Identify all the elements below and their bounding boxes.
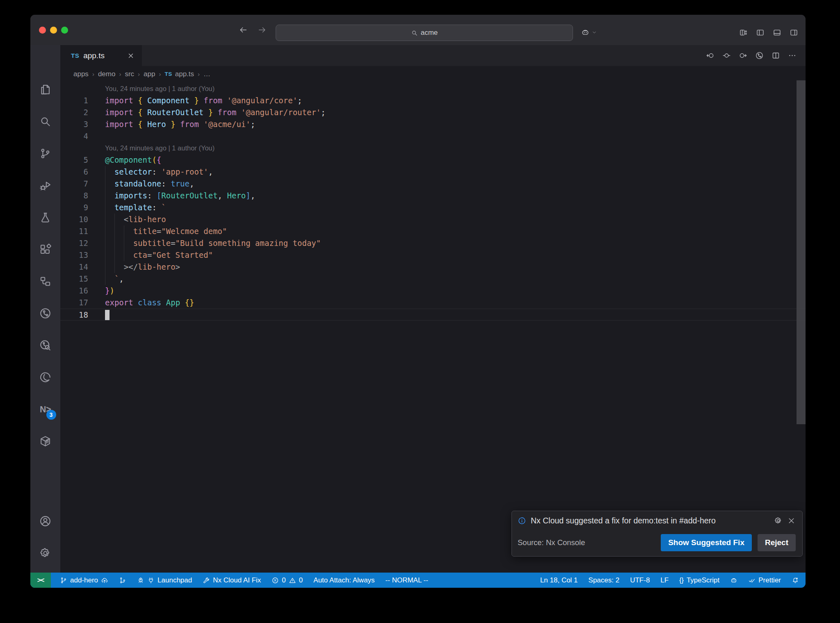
typescript-file-icon: TS xyxy=(164,71,172,77)
activity-item-project-structure[interactable] xyxy=(36,271,55,291)
show-suggested-fix-button[interactable]: Show Suggested Fix xyxy=(661,534,752,551)
line-number[interactable]: 7 xyxy=(60,178,88,190)
notification-settings-gear-icon[interactable] xyxy=(774,516,783,525)
activity-item-nx-console[interactable]: N>3 xyxy=(36,399,55,419)
code-line-14[interactable]: 14 ></lib-hero> xyxy=(60,261,806,273)
code-line-6[interactable]: 6 selector: 'app-root', xyxy=(60,166,806,178)
code-line-16[interactable]: 16}) xyxy=(60,285,806,297)
status-cursor-position[interactable]: Ln 18, Col 1 xyxy=(540,576,578,584)
breadcrumb-item-file[interactable]: TSapp.ts xyxy=(164,70,194,78)
status-launchpad[interactable]: Launchpad xyxy=(137,576,192,584)
activity-item-extensions[interactable] xyxy=(36,239,55,259)
line-number[interactable]: 9 xyxy=(60,202,88,214)
activity-item-run-debug[interactable] xyxy=(36,175,55,195)
minimize-window-button[interactable] xyxy=(50,27,57,34)
close-window-button[interactable] xyxy=(39,27,46,34)
line-number[interactable]: 6 xyxy=(60,166,88,178)
navigate-back-icon[interactable] xyxy=(239,25,248,34)
status-notifications-bell[interactable] xyxy=(792,577,799,584)
code-line-13[interactable]: 13 cta="Get Started" xyxy=(60,249,806,261)
command-center-search[interactable]: acme xyxy=(276,25,573,41)
copilot-menu[interactable] xyxy=(581,25,597,40)
breadcrumb-more[interactable]: … xyxy=(203,70,210,78)
activity-item-testing[interactable] xyxy=(36,207,55,227)
more-icon[interactable] xyxy=(788,51,797,60)
typescript-file-icon: TS xyxy=(71,52,79,59)
code-line-18[interactable]: 18 xyxy=(60,309,806,321)
status-git-graph[interactable] xyxy=(119,577,126,584)
layout-sidebar-icon[interactable] xyxy=(756,28,765,37)
activity-item-search[interactable] xyxy=(36,111,55,131)
activity-item-nx-cloud[interactable] xyxy=(36,303,55,323)
code-line-2[interactable]: 2import { RouterOutlet } from '@angular/… xyxy=(60,107,806,118)
vertical-scrollbar[interactable] xyxy=(797,80,806,424)
line-number[interactable]: 12 xyxy=(60,237,88,249)
tab-app-ts[interactable]: TS app.ts xyxy=(60,45,142,66)
line-number[interactable]: 14 xyxy=(60,261,88,273)
code-line-17[interactable]: 17export class App {} xyxy=(60,297,806,309)
activity-item-source-control[interactable] xyxy=(36,143,55,163)
line-number[interactable]: 18 xyxy=(60,309,88,321)
code-line-4[interactable]: 4 xyxy=(60,130,806,142)
line-number[interactable]: 5 xyxy=(60,154,88,166)
nav-dot-circle-icon[interactable] xyxy=(722,51,731,60)
code-line-12[interactable]: 12 subtitle="Build something amazing tod… xyxy=(60,237,806,249)
activity-item-explorer[interactable] xyxy=(36,80,55,99)
nx-target-icon[interactable] xyxy=(755,51,764,60)
status-vim-mode[interactable]: -- NORMAL -- xyxy=(386,576,428,584)
line-number[interactable]: 10 xyxy=(60,214,88,225)
zoom-window-button[interactable] xyxy=(61,27,68,34)
line-number[interactable]: 8 xyxy=(60,190,88,202)
search-icon xyxy=(39,115,52,128)
activity-item-containers[interactable] xyxy=(36,431,55,451)
activity-item-settings[interactable] xyxy=(36,543,55,563)
layout-sidebar-right-icon[interactable] xyxy=(790,28,798,37)
status-eol[interactable]: LF xyxy=(660,576,669,584)
line-number[interactable]: 17 xyxy=(60,297,88,309)
status-prettier[interactable]: Prettier xyxy=(748,576,781,584)
activity-item-nx-graph-search[interactable] xyxy=(36,335,55,355)
split-editor-icon[interactable] xyxy=(772,51,780,60)
layout-customize-icon[interactable] xyxy=(739,28,748,37)
status-problems[interactable]: 00 xyxy=(272,576,303,584)
breadcrumb-item-demo[interactable]: demo xyxy=(98,70,116,78)
breadcrumb-item-app[interactable]: app xyxy=(144,70,155,78)
status-indentation[interactable]: Spaces: 2 xyxy=(589,576,620,584)
remote-indicator[interactable]: >< xyxy=(30,573,51,588)
code-line-15[interactable]: 15 `, xyxy=(60,273,806,285)
status-encoding[interactable]: UTF-8 xyxy=(630,576,650,584)
reject-button[interactable]: Reject xyxy=(758,534,796,551)
breadcrumb-item-src[interactable]: src xyxy=(125,70,134,78)
line-number[interactable]: 16 xyxy=(60,285,88,297)
line-number[interactable]: 3 xyxy=(60,118,88,130)
code-line-8[interactable]: 8 imports: [RouterOutlet, Hero], xyxy=(60,190,806,202)
close-tab-icon[interactable] xyxy=(127,52,135,59)
code-line-10[interactable]: 10 <lib-hero xyxy=(60,214,806,225)
code-line-7[interactable]: 7 standalone: true, xyxy=(60,178,806,190)
line-number[interactable]: 11 xyxy=(60,225,88,237)
line-number[interactable]: 2 xyxy=(60,107,88,118)
status-auto-attach[interactable]: Auto Attach: Always xyxy=(313,576,374,584)
nav-forward-circle-icon[interactable] xyxy=(739,51,747,60)
activity-item-edge-browser[interactable] xyxy=(36,367,55,387)
status-copilot[interactable] xyxy=(730,577,737,584)
code-line-1[interactable]: 1import { Component } from '@angular/cor… xyxy=(60,95,806,107)
code-editor[interactable]: You, 24 minutes ago | 1 author (You)1imp… xyxy=(60,82,806,573)
code-line-5[interactable]: 5@Component({ xyxy=(60,154,806,166)
notification-close-icon[interactable] xyxy=(787,516,796,525)
code-line-11[interactable]: 11 title="Welcmoe demo" xyxy=(60,225,806,237)
status-git-branch-status[interactable]: add-hero xyxy=(60,576,108,584)
status-nx-cloud-ai-fix[interactable]: Nx Cloud AI Fix xyxy=(203,576,261,584)
code-line-9[interactable]: 9 template: ` xyxy=(60,202,806,214)
line-number[interactable]: 4 xyxy=(60,130,88,142)
line-number[interactable]: 15 xyxy=(60,273,88,285)
navigate-forward-icon[interactable] xyxy=(258,25,267,34)
layout-panel-icon[interactable] xyxy=(773,28,781,37)
nav-back-circle-icon[interactable] xyxy=(706,51,714,60)
activity-item-account[interactable] xyxy=(36,511,55,531)
status-language-mode[interactable]: {}TypeScript xyxy=(679,576,719,584)
breadcrumb-item-apps[interactable]: apps xyxy=(73,70,89,78)
line-number[interactable]: 13 xyxy=(60,249,88,261)
line-number[interactable]: 1 xyxy=(60,95,88,107)
code-line-3[interactable]: 3import { Hero } from '@acme/ui'; xyxy=(60,118,806,130)
